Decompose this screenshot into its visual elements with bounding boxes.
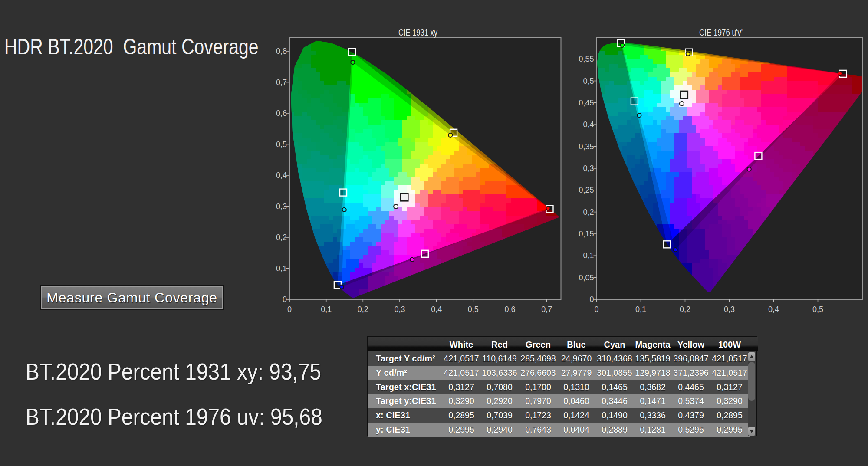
- svg-text:0,2: 0,2: [680, 305, 690, 314]
- svg-text:0,2: 0,2: [276, 233, 287, 242]
- svg-text:0,7: 0,7: [541, 305, 552, 314]
- svg-text:0,3: 0,3: [394, 305, 405, 314]
- svg-text:0,4: 0,4: [768, 305, 779, 314]
- svg-text:0,5: 0,5: [812, 305, 823, 314]
- svg-text:0,05: 0,05: [579, 273, 594, 282]
- svg-text:0,3: 0,3: [724, 305, 735, 314]
- svg-text:0: 0: [283, 295, 287, 304]
- svg-text:0,7: 0,7: [276, 78, 287, 87]
- svg-text:0: 0: [594, 305, 598, 314]
- svg-text:0,5: 0,5: [583, 77, 594, 85]
- svg-text:0,25: 0,25: [579, 186, 594, 194]
- svg-text:0,3: 0,3: [583, 164, 594, 173]
- svg-text:0,1: 0,1: [276, 264, 287, 273]
- svg-text:0: 0: [287, 305, 292, 314]
- svg-text:0,6: 0,6: [276, 109, 287, 118]
- svg-text:0,5: 0,5: [276, 140, 287, 149]
- svg-text:0,1: 0,1: [321, 305, 332, 314]
- svg-text:0,15: 0,15: [579, 230, 594, 238]
- svg-text:CIE 1976 u'v': CIE 1976 u'v': [699, 27, 743, 38]
- svg-text:0,5: 0,5: [468, 305, 479, 314]
- svg-text:0,8: 0,8: [276, 47, 287, 56]
- svg-text:0,6: 0,6: [504, 305, 515, 314]
- svg-text:0,4: 0,4: [431, 305, 442, 314]
- svg-text:0: 0: [589, 295, 594, 304]
- svg-text:0,3: 0,3: [276, 202, 287, 211]
- svg-text:0,1: 0,1: [635, 305, 646, 314]
- svg-text:0,2: 0,2: [358, 305, 368, 314]
- svg-text:0,45: 0,45: [579, 98, 594, 107]
- svg-text:CIE 1931 xy: CIE 1931 xy: [398, 27, 437, 38]
- svg-text:0,35: 0,35: [579, 142, 594, 151]
- svg-text:0,2: 0,2: [583, 208, 594, 217]
- svg-text:0,55: 0,55: [579, 55, 594, 63]
- svg-text:0,4: 0,4: [276, 171, 287, 180]
- svg-text:0,1: 0,1: [583, 251, 594, 260]
- svg-text:0,4: 0,4: [583, 120, 594, 129]
